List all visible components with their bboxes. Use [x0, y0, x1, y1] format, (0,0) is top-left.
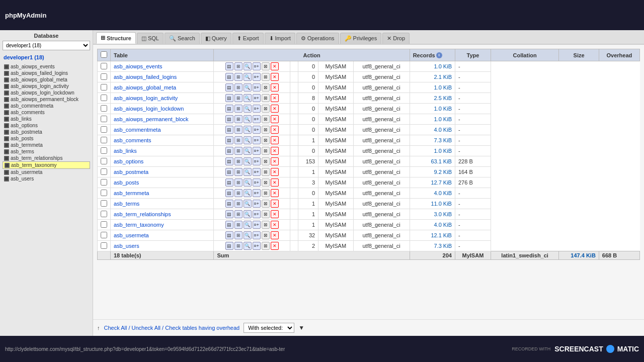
row-table-name[interactable]: asb_term_relationships: [111, 209, 214, 220]
insert-btn[interactable]: ≡+: [253, 168, 261, 176]
drop-btn[interactable]: ✕: [271, 242, 279, 250]
insert-btn[interactable]: ≡+: [253, 178, 261, 187]
browse-btn[interactable]: ▤: [225, 200, 233, 208]
drop-btn[interactable]: ✕: [271, 126, 279, 134]
insert-btn[interactable]: ≡+: [253, 73, 261, 81]
sidebar-item-asb_commentmeta[interactable]: ▦asb_commentmeta: [3, 103, 90, 109]
row-table-name[interactable]: asb_aiowps_failed_logins: [111, 72, 214, 82]
browse-btn[interactable]: ▤: [225, 157, 233, 165]
empty-btn[interactable]: ⊠: [262, 168, 270, 176]
row-table-name[interactable]: asb_terms: [111, 199, 214, 209]
structure-btn[interactable]: ⊞: [234, 73, 243, 81]
row-table-name[interactable]: asb_usermeta: [111, 230, 214, 241]
tab-search[interactable]: 🔍Search: [165, 33, 200, 44]
search-btn[interactable]: 🔍: [244, 105, 252, 113]
search-btn[interactable]: 🔍: [244, 115, 252, 123]
tab-operations[interactable]: ⚙Operations: [296, 33, 339, 44]
row-table-name[interactable]: asb_users: [111, 241, 214, 251]
empty-btn[interactable]: ⊠: [262, 105, 270, 113]
drop-btn[interactable]: ✕: [271, 231, 279, 239]
drop-btn[interactable]: ✕: [271, 221, 279, 229]
tab-structure[interactable]: ⊞Structure: [96, 32, 136, 44]
drop-btn[interactable]: ✕: [271, 157, 279, 165]
check-all-link[interactable]: Check All: [104, 325, 127, 331]
drop-btn[interactable]: ✕: [271, 200, 279, 208]
insert-btn[interactable]: ≡+: [253, 126, 261, 134]
search-btn[interactable]: 🔍: [244, 147, 252, 155]
insert-btn[interactable]: ≡+: [253, 200, 261, 208]
db-selector[interactable]: developer1 (18): [3, 41, 90, 50]
row-checkbox[interactable]: [101, 211, 107, 217]
empty-btn[interactable]: ⊠: [262, 94, 270, 102]
drop-btn[interactable]: ✕: [271, 210, 279, 218]
drop-btn[interactable]: ✕: [271, 189, 279, 197]
structure-btn[interactable]: ⊞: [234, 62, 243, 70]
browse-btn[interactable]: ▤: [225, 83, 233, 92]
insert-btn[interactable]: ≡+: [253, 62, 261, 70]
row-table-name[interactable]: asb_posts: [111, 177, 214, 188]
browse-btn[interactable]: ▤: [225, 210, 233, 218]
structure-btn[interactable]: ⊞: [234, 231, 243, 239]
drop-btn[interactable]: ✕: [271, 73, 279, 81]
row-checkbox[interactable]: [101, 126, 107, 133]
browse-btn[interactable]: ▤: [225, 147, 233, 155]
browse-btn[interactable]: ▤: [225, 221, 233, 229]
row-checkbox[interactable]: [101, 116, 107, 122]
sidebar-item-asb_usermeta[interactable]: ▦asb_usermeta: [3, 169, 90, 175]
sidebar-item-asb_aiowps_login_lockdown[interactable]: ▦asb_aiowps_login_lockdown: [3, 89, 90, 96]
browse-btn[interactable]: ▤: [225, 242, 233, 250]
row-checkbox[interactable]: [101, 179, 107, 186]
empty-btn[interactable]: ⊠: [262, 178, 270, 187]
sidebar-item-asb_term_taxonomy[interactable]: ▦asb_term_taxonomy: [3, 161, 90, 169]
insert-btn[interactable]: ≡+: [253, 147, 261, 155]
sidebar-item-asb_aiowps_events[interactable]: ▦asb_aiowps_events: [3, 63, 90, 70]
empty-btn[interactable]: ⊠: [262, 147, 270, 155]
drop-btn[interactable]: ✕: [271, 62, 279, 70]
empty-btn[interactable]: ⊠: [262, 189, 270, 197]
search-btn[interactable]: 🔍: [244, 231, 252, 239]
insert-btn[interactable]: ≡+: [253, 83, 261, 92]
structure-btn[interactable]: ⊞: [234, 147, 243, 155]
structure-btn[interactable]: ⊞: [234, 94, 243, 102]
search-btn[interactable]: 🔍: [244, 73, 252, 81]
tab-import[interactable]: ⬇Import: [265, 33, 295, 44]
browse-btn[interactable]: ▤: [225, 115, 233, 123]
row-checkbox[interactable]: [101, 105, 107, 112]
empty-btn[interactable]: ⊠: [262, 157, 270, 165]
browse-btn[interactable]: ▤: [225, 178, 233, 187]
sidebar-item-asb_termmeta[interactable]: ▦asb_termmeta: [3, 142, 90, 148]
tab-sql[interactable]: ◫SQL: [137, 33, 164, 44]
search-btn[interactable]: 🔍: [244, 157, 252, 165]
search-btn[interactable]: 🔍: [244, 136, 252, 144]
row-checkbox[interactable]: [101, 73, 107, 80]
sidebar-item-asb_aiowps_login_activity[interactable]: ▦asb_aiowps_login_activity: [3, 83, 90, 89]
row-table-name[interactable]: asb_aiowps_login_activity: [111, 93, 214, 104]
row-table-name[interactable]: asb_aiowps_permanent_block: [111, 114, 214, 125]
structure-btn[interactable]: ⊞: [234, 178, 243, 187]
sidebar-item-asb_aiowps_permanent_block[interactable]: ▦asb_aiowps_permanent_block: [3, 96, 90, 103]
structure-btn[interactable]: ⊞: [234, 210, 243, 218]
insert-btn[interactable]: ≡+: [253, 157, 261, 165]
drop-btn[interactable]: ✕: [271, 105, 279, 113]
empty-btn[interactable]: ⊠: [262, 62, 270, 70]
structure-btn[interactable]: ⊞: [234, 115, 243, 123]
search-btn[interactable]: 🔍: [244, 126, 252, 134]
structure-btn[interactable]: ⊞: [234, 189, 243, 197]
row-checkbox[interactable]: [101, 158, 107, 164]
empty-btn[interactable]: ⊠: [262, 115, 270, 123]
tab-export[interactable]: ⬆Export: [232, 33, 264, 44]
structure-btn[interactable]: ⊞: [234, 136, 243, 144]
structure-btn[interactable]: ⊞: [234, 221, 243, 229]
browse-btn[interactable]: ▤: [225, 62, 233, 70]
empty-btn[interactable]: ⊠: [262, 83, 270, 92]
sidebar-item-asb_posts[interactable]: ▦asb_posts: [3, 135, 90, 142]
records-info-icon[interactable]: i: [436, 52, 442, 58]
drop-btn[interactable]: ✕: [271, 168, 279, 176]
row-table-name[interactable]: asb_termmeta: [111, 188, 214, 199]
tab-drop[interactable]: ✕Drop: [382, 33, 410, 44]
row-checkbox[interactable]: [101, 147, 107, 154]
check-overhead-link[interactable]: Check tables having overhead: [165, 325, 239, 331]
drop-btn[interactable]: ✕: [271, 83, 279, 92]
row-table-name[interactable]: asb_commentmeta: [111, 125, 214, 135]
row-table-name[interactable]: asb_term_taxonomy: [111, 220, 214, 230]
